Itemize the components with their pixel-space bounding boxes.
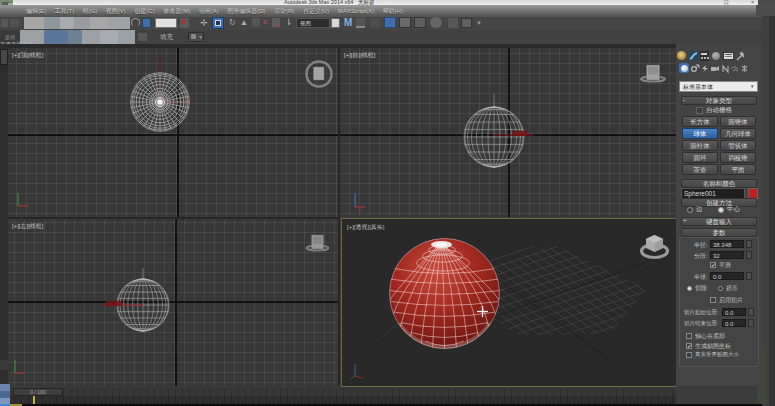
svg-text:x: x bbox=[358, 207, 361, 213]
